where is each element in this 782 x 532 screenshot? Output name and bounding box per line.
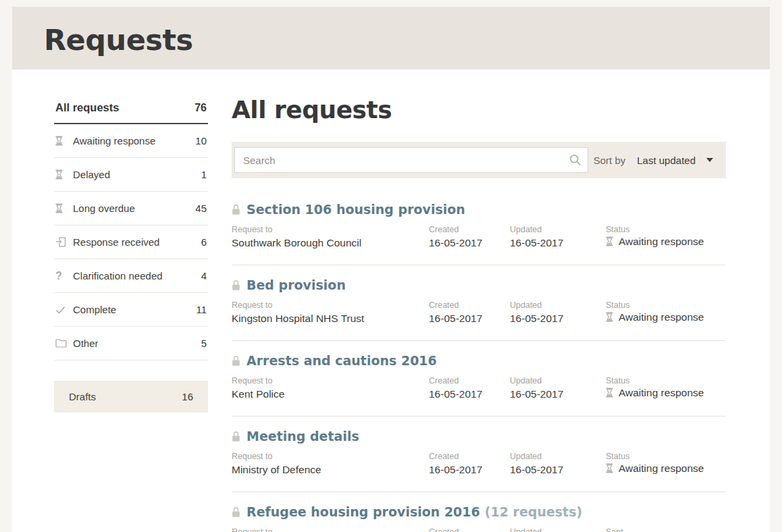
hourglass-status-icon [606,388,613,398]
sidebar-filter-label: Long overdue [73,203,195,214]
request-row: Section 106 housing provision Request to… [232,190,726,265]
hourglass-status-icon [606,312,613,322]
page-container: Requests All requests 76 Awaiting resp [12,7,770,532]
created-value: 16-05-2017 [429,388,510,400]
search-field-wrap [234,147,588,173]
sidebar-filter-label: Delayed [73,169,201,180]
updated-value: 16-05-2017 [510,237,606,249]
checkmark-icon [55,306,66,314]
updated-value: 16-05-2017 [510,388,606,400]
created-label: Created [429,527,510,532]
drafts-count: 16 [182,391,193,402]
status-label: Status [606,225,726,234]
page-title: Requests [44,23,770,57]
sidebar-filter-count: 4 [201,270,207,282]
status-label: Status [606,300,726,310]
hourglass-status-icon [606,236,613,246]
status-label: Status [606,452,726,461]
sidebar-filter-count: 45 [195,203,207,214]
folder-icon [55,339,67,348]
request-title-link[interactable]: Arrests and cautions 2016 [246,353,437,368]
request-row: Refugee housing provision 2016 (12 reque… [232,492,726,532]
request-to-label: Request to [232,225,429,234]
sidebar-filter-item[interactable]: Response received 6 [54,225,208,259]
created-value: 16-05-2017 [429,464,510,476]
sidebar-filter-count: 10 [195,135,207,147]
request-to-value: Kent Police [232,388,429,400]
hourglass-status-icon [606,463,613,473]
sidebar-filter-label: Clarification needed [73,270,201,282]
request-title-link[interactable]: Section 106 housing provision [246,202,465,217]
request-to-label: Request to [232,452,429,461]
status-value: Awaiting response [619,387,704,399]
main-heading: All requests [232,96,726,124]
chevron-down-icon[interactable] [706,158,713,162]
status-value: Awaiting response [619,311,704,323]
search-icon[interactable] [569,154,581,166]
lock-icon [232,506,240,518]
sidebar-filter-label: Complete [73,304,196,315]
updated-label: Updated [510,300,606,310]
drafts-label: Drafts [69,391,96,402]
created-label: Created [429,376,510,385]
sort-group: Sort by Last updated [594,155,717,166]
lock-icon [232,431,240,442]
sidebar-item-all-requests[interactable]: All requests 76 [54,100,208,124]
sidebar-filter-item[interactable]: Awaiting response 10 [54,124,208,158]
updated-value: 16-05-2017 [510,464,606,476]
lock-icon [232,204,240,215]
lock-icon [232,280,240,291]
sidebar-all-requests-label: All requests [55,101,119,114]
sidebar-filter-item[interactable]: Long overdue 45 [54,192,208,225]
sidebar: All requests 76 Awaiting response 10 [54,70,208,532]
request-title-link[interactable]: Refugee housing provision 2016 [246,504,480,519]
updated-label: Updated [510,527,606,532]
sidebar-item-drafts[interactable]: Drafts 16 [54,381,208,413]
hourglass-icon [55,169,63,180]
request-row: Meeting details Request to Ministry of D… [232,417,726,492]
content: All requests 76 Awaiting response 10 [12,70,770,532]
request-to-label: Request to [232,527,429,532]
sidebar-filter-label: Awaiting response [73,135,195,147]
created-label: Created [429,225,510,234]
created-label: Created [429,452,510,461]
response-received-icon [55,237,67,247]
sidebar-all-requests-count: 76 [194,102,207,114]
request-list: Section 106 housing provision Request to… [232,190,726,532]
request-to-value: Southwark Borough Council [232,237,429,249]
page-header: Requests [12,7,770,70]
hourglass-icon [55,203,63,213]
status-label: Status [606,376,726,385]
sidebar-filter-item[interactable]: Other 5 [54,327,208,361]
sidebar-filter-count: 11 [196,304,207,315]
request-count-suffix: (12 requests) [485,504,582,519]
status-value: Awaiting response [619,462,704,475]
sort-by-label: Sort by [594,155,626,166]
sidebar-filter-count: 6 [201,236,207,248]
request-to-label: Request to [232,376,429,385]
sort-select[interactable]: Last updated [637,155,696,166]
search-input[interactable] [234,147,588,173]
request-to-value: Kingston Hospital NHS Trust [232,313,429,325]
hourglass-icon [55,136,63,146]
request-title-link[interactable]: Bed provision [246,277,346,292]
lock-icon [232,355,240,367]
created-value: 16-05-2017 [429,237,510,249]
sidebar-filter-item[interactable]: Delayed 1 [54,158,208,192]
sidebar-filter-item[interactable]: ? Clarification needed 4 [54,259,208,293]
request-title-link[interactable]: Meeting details [246,429,359,444]
request-to-value: Ministry of Defence [232,464,429,476]
sidebar-filter-item[interactable]: Complete 11 [54,293,208,327]
request-to-label: Request to [232,300,429,310]
updated-label: Updated [510,376,606,385]
sidebar-filter-label: Response received [73,236,201,248]
created-value: 16-05-2017 [429,313,510,325]
created-label: Created [429,300,510,310]
request-row: Arrests and cautions 2016 Request to Ken… [232,341,726,417]
updated-label: Updated [510,225,606,234]
updated-label: Updated [510,452,606,461]
status-value: Awaiting response [619,236,704,248]
question-mark-icon: ? [55,271,62,282]
sidebar-filter-count: 5 [201,338,207,349]
sidebar-filter-count: 1 [201,169,207,180]
